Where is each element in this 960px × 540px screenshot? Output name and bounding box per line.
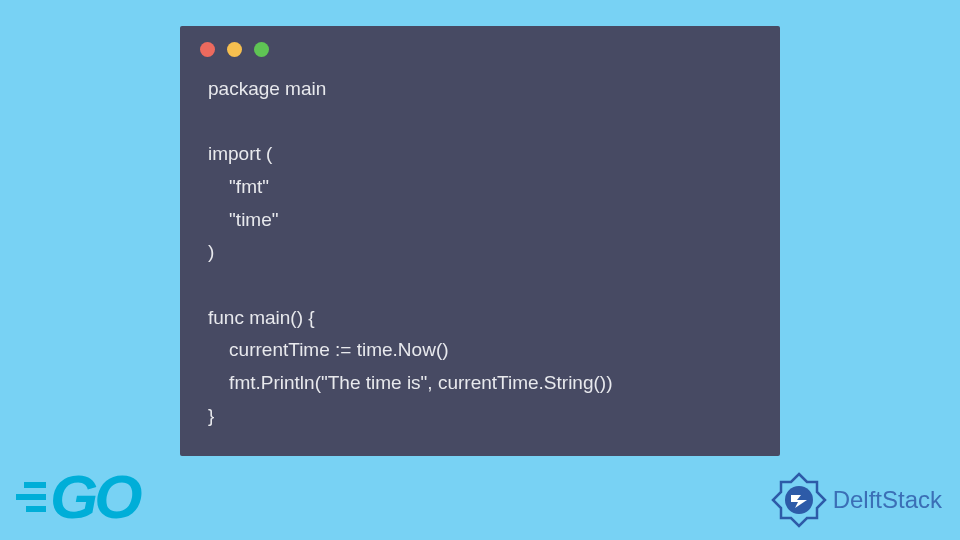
- code-line: package main: [208, 78, 326, 99]
- code-window: package main import ( "fmt" "time" ) fun…: [180, 26, 780, 456]
- code-line: "time": [208, 209, 279, 230]
- code-line: func main() {: [208, 307, 315, 328]
- code-line: }: [208, 405, 214, 426]
- go-logo: GO: [12, 461, 138, 532]
- code-line: currentTime := time.Now(): [208, 339, 449, 360]
- delftstack-branding: DelftStack: [771, 472, 942, 528]
- code-line: import (: [208, 143, 272, 164]
- code-line: "fmt": [208, 176, 269, 197]
- code-line: ): [208, 241, 214, 262]
- window-controls: [180, 26, 780, 65]
- code-block: package main import ( "fmt" "time" ) fun…: [180, 65, 780, 440]
- delftstack-logo-icon: [771, 472, 827, 528]
- minimize-icon[interactable]: [227, 42, 242, 57]
- maximize-icon[interactable]: [254, 42, 269, 57]
- go-logo-text: GO: [50, 461, 138, 532]
- code-line: fmt.Println("The time is", currentTime.S…: [208, 372, 612, 393]
- go-speed-lines-icon: [12, 482, 46, 512]
- delftstack-label: DelftStack: [833, 486, 942, 514]
- close-icon[interactable]: [200, 42, 215, 57]
